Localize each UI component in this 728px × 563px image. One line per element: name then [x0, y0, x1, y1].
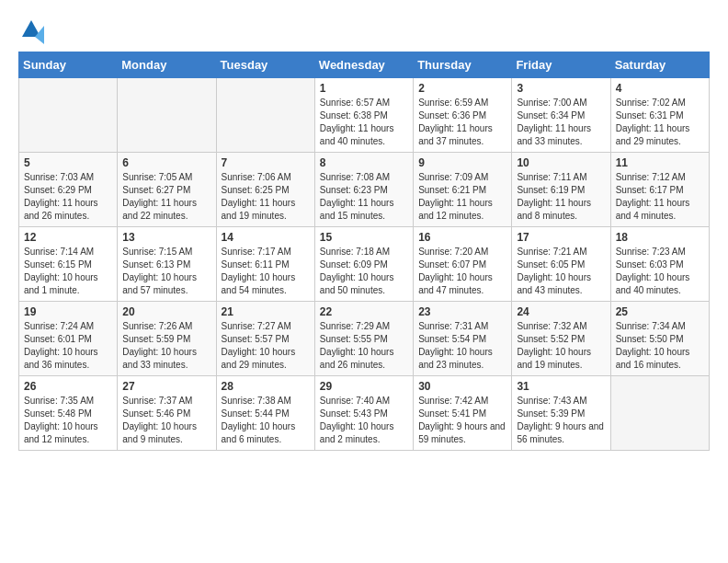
day-info: Sunrise: 7:20 AMSunset: 6:07 PMDaylight:… — [418, 246, 506, 297]
day-info: Sunrise: 7:05 AMSunset: 6:27 PMDaylight:… — [122, 171, 210, 223]
day-number: 1 — [320, 82, 408, 95]
day-cell-21: 21 Sunrise: 7:27 AMSunset: 5:57 PMDaylig… — [216, 302, 314, 376]
day-number: 6 — [122, 156, 210, 169]
day-info: Sunrise: 7:42 AMSunset: 5:41 PMDaylight:… — [418, 395, 506, 446]
day-cell-14: 14 Sunrise: 7:17 AMSunset: 6:11 PMDaylig… — [216, 227, 314, 302]
day-cell-11: 11 Sunrise: 7:12 AMSunset: 6:17 PMDaylig… — [610, 153, 709, 227]
day-cell-26: 26 Sunrise: 7:35 AMSunset: 5:48 PMDaylig… — [19, 376, 118, 451]
day-info: Sunrise: 7:17 AMSunset: 6:11 PMDaylight:… — [222, 246, 310, 297]
day-number: 18 — [616, 231, 704, 244]
day-number: 24 — [517, 305, 605, 318]
day-cell-18: 18 Sunrise: 7:23 AMSunset: 6:03 PMDaylig… — [610, 227, 709, 302]
day-info: Sunrise: 7:27 AMSunset: 5:57 PMDaylight:… — [222, 320, 310, 372]
day-cell-20: 20 Sunrise: 7:26 AMSunset: 5:59 PMDaylig… — [118, 302, 216, 376]
calendar: SundayMondayTuesdayWednesdayThursdayFrid… — [18, 52, 710, 451]
week-row-4: 19 Sunrise: 7:24 AMSunset: 6:01 PMDaylig… — [19, 302, 710, 376]
weekday-wednesday: Wednesday — [314, 52, 413, 78]
day-number: 13 — [122, 231, 210, 244]
day-info: Sunrise: 7:26 AMSunset: 5:59 PMDaylight:… — [122, 320, 210, 372]
day-info: Sunrise: 7:29 AMSunset: 5:55 PMDaylight:… — [320, 320, 408, 372]
weekday-header-row: SundayMondayTuesdayWednesdayThursdayFrid… — [19, 52, 710, 78]
header — [18, 18, 710, 44]
day-cell-13: 13 Sunrise: 7:15 AMSunset: 6:13 PMDaylig… — [118, 227, 216, 302]
day-cell-1: 1 Sunrise: 6:57 AMSunset: 6:38 PMDayligh… — [314, 78, 413, 153]
day-info: Sunrise: 7:12 AMSunset: 6:17 PMDaylight:… — [616, 171, 704, 223]
day-info: Sunrise: 7:00 AMSunset: 6:34 PMDaylight:… — [517, 97, 605, 148]
day-cell-23: 23 Sunrise: 7:31 AMSunset: 5:54 PMDaylig… — [414, 302, 512, 376]
day-info: Sunrise: 7:08 AMSunset: 6:23 PMDaylight:… — [320, 171, 408, 223]
weekday-tuesday: Tuesday — [216, 52, 314, 78]
empty-cell — [19, 78, 118, 153]
day-cell-9: 9 Sunrise: 7:09 AMSunset: 6:21 PMDayligh… — [414, 153, 512, 227]
day-number: 23 — [418, 305, 506, 318]
day-cell-25: 25 Sunrise: 7:34 AMSunset: 5:50 PMDaylig… — [610, 302, 709, 376]
day-number: 3 — [517, 82, 605, 95]
day-number: 21 — [222, 305, 310, 318]
day-number: 5 — [24, 156, 112, 169]
weekday-thursday: Thursday — [414, 52, 512, 78]
day-info: Sunrise: 7:23 AMSunset: 6:03 PMDaylight:… — [616, 246, 704, 297]
day-cell-3: 3 Sunrise: 7:00 AMSunset: 6:34 PMDayligh… — [512, 78, 610, 153]
empty-cell — [216, 78, 314, 153]
day-number: 9 — [418, 156, 506, 169]
week-row-5: 26 Sunrise: 7:35 AMSunset: 5:48 PMDaylig… — [19, 376, 710, 451]
day-info: Sunrise: 7:40 AMSunset: 5:43 PMDaylight:… — [320, 395, 408, 446]
day-number: 7 — [222, 156, 310, 169]
day-info: Sunrise: 7:18 AMSunset: 6:09 PMDaylight:… — [320, 246, 408, 297]
day-number: 4 — [616, 82, 704, 95]
day-cell-5: 5 Sunrise: 7:03 AMSunset: 6:29 PMDayligh… — [19, 153, 118, 227]
day-cell-31: 31 Sunrise: 7:43 AMSunset: 5:39 PMDaylig… — [512, 376, 610, 451]
week-row-3: 12 Sunrise: 7:14 AMSunset: 6:15 PMDaylig… — [19, 227, 710, 302]
week-row-1: 1 Sunrise: 6:57 AMSunset: 6:38 PMDayligh… — [19, 78, 710, 153]
weekday-sunday: Sunday — [19, 52, 118, 78]
empty-cell — [610, 376, 709, 451]
day-info: Sunrise: 7:35 AMSunset: 5:48 PMDaylight:… — [24, 395, 112, 446]
logo — [18, 18, 48, 44]
day-number: 14 — [222, 231, 310, 244]
day-cell-7: 7 Sunrise: 7:06 AMSunset: 6:25 PMDayligh… — [216, 153, 314, 227]
day-number: 28 — [222, 380, 310, 393]
day-cell-24: 24 Sunrise: 7:32 AMSunset: 5:52 PMDaylig… — [512, 302, 610, 376]
day-info: Sunrise: 7:15 AMSunset: 6:13 PMDaylight:… — [122, 246, 210, 297]
day-number: 12 — [24, 231, 112, 244]
weekday-saturday: Saturday — [610, 52, 709, 78]
day-cell-22: 22 Sunrise: 7:29 AMSunset: 5:55 PMDaylig… — [314, 302, 413, 376]
day-info: Sunrise: 7:31 AMSunset: 5:54 PMDaylight:… — [418, 320, 506, 372]
day-number: 20 — [122, 305, 210, 318]
day-cell-15: 15 Sunrise: 7:18 AMSunset: 6:09 PMDaylig… — [314, 227, 413, 302]
day-info: Sunrise: 7:34 AMSunset: 5:50 PMDaylight:… — [616, 320, 704, 372]
day-number: 2 — [418, 82, 506, 95]
day-number: 30 — [418, 380, 506, 393]
day-info: Sunrise: 7:37 AMSunset: 5:46 PMDaylight:… — [122, 395, 210, 446]
day-info: Sunrise: 6:59 AMSunset: 6:36 PMDaylight:… — [418, 97, 506, 148]
day-cell-4: 4 Sunrise: 7:02 AMSunset: 6:31 PMDayligh… — [610, 78, 709, 153]
day-number: 29 — [320, 380, 408, 393]
day-cell-17: 17 Sunrise: 7:21 AMSunset: 6:05 PMDaylig… — [512, 227, 610, 302]
day-number: 31 — [517, 380, 605, 393]
empty-cell — [118, 78, 216, 153]
day-info: Sunrise: 7:09 AMSunset: 6:21 PMDaylight:… — [418, 171, 506, 223]
day-number: 19 — [24, 305, 112, 318]
day-number: 15 — [320, 231, 408, 244]
day-cell-16: 16 Sunrise: 7:20 AMSunset: 6:07 PMDaylig… — [414, 227, 512, 302]
day-cell-8: 8 Sunrise: 7:08 AMSunset: 6:23 PMDayligh… — [314, 153, 413, 227]
day-cell-19: 19 Sunrise: 7:24 AMSunset: 6:01 PMDaylig… — [19, 302, 118, 376]
day-info: Sunrise: 7:02 AMSunset: 6:31 PMDaylight:… — [616, 97, 704, 148]
day-cell-12: 12 Sunrise: 7:14 AMSunset: 6:15 PMDaylig… — [19, 227, 118, 302]
logo-icon — [18, 18, 44, 44]
day-cell-2: 2 Sunrise: 6:59 AMSunset: 6:36 PMDayligh… — [414, 78, 512, 153]
weekday-friday: Friday — [512, 52, 610, 78]
day-number: 8 — [320, 156, 408, 169]
day-cell-6: 6 Sunrise: 7:05 AMSunset: 6:27 PMDayligh… — [118, 153, 216, 227]
day-number: 11 — [616, 156, 704, 169]
day-info: Sunrise: 7:03 AMSunset: 6:29 PMDaylight:… — [24, 171, 112, 223]
day-info: Sunrise: 7:43 AMSunset: 5:39 PMDaylight:… — [517, 395, 605, 446]
day-number: 17 — [517, 231, 605, 244]
day-info: Sunrise: 7:14 AMSunset: 6:15 PMDaylight:… — [24, 246, 112, 297]
day-info: Sunrise: 7:21 AMSunset: 6:05 PMDaylight:… — [517, 246, 605, 297]
day-info: Sunrise: 7:06 AMSunset: 6:25 PMDaylight:… — [222, 171, 310, 223]
day-info: Sunrise: 7:32 AMSunset: 5:52 PMDaylight:… — [517, 320, 605, 372]
day-cell-29: 29 Sunrise: 7:40 AMSunset: 5:43 PMDaylig… — [314, 376, 413, 451]
day-number: 10 — [517, 156, 605, 169]
week-row-2: 5 Sunrise: 7:03 AMSunset: 6:29 PMDayligh… — [19, 153, 710, 227]
